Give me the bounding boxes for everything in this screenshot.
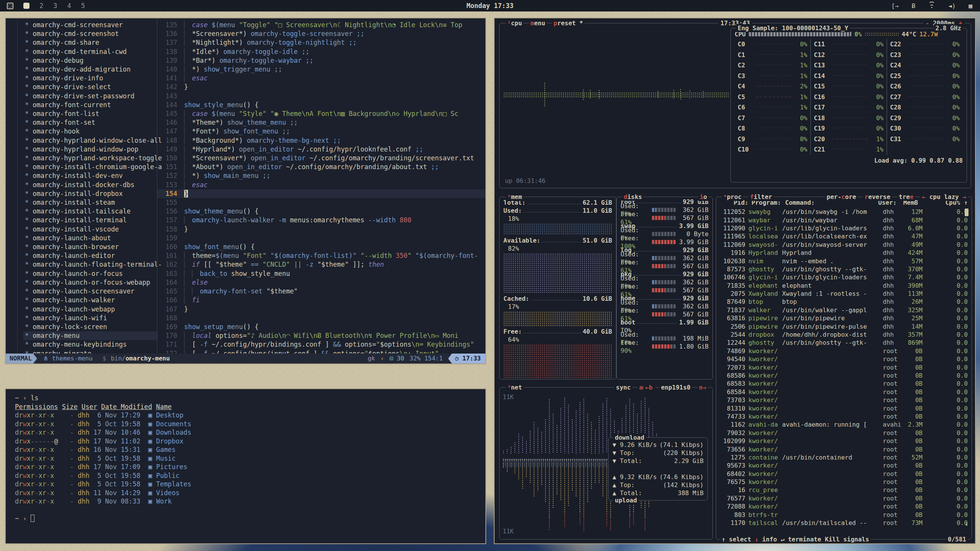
file-item[interactable]: *omarchy-install-chromium-google-a [23,163,157,171]
process-row[interactable]: 87573ghostty/usr/bin/ghostty --gtk-dhh37… [718,265,970,273]
process-row[interactable]: 73656kworker/root0B0.0 [718,445,970,453]
process-row[interactable]: 74733kworker/root0B0.0 [718,412,970,421]
file-item[interactable]: *omarchy-font-set [23,118,157,127]
process-row[interactable]: 68584kworker/root0B0.0 [718,388,970,396]
file-item[interactable]: *omarchy-hook [23,127,157,136]
io-button[interactable]: io [698,193,709,201]
process-row[interactable]: 79032kworker/root0B0.0 [718,429,970,437]
proc-footer[interactable]: ↑ select ↓ info ↵ terminate Kill signals… [720,535,968,543]
file-item[interactable]: *omarchy-cmd-terminal-cwd [23,47,157,56]
process-row[interactable]: 68583kworker/root0B0.0 [718,380,970,388]
cpu-tab[interactable]: ¹cpu [506,19,524,27]
process-row[interactable]: 2506pipewire/usr/bin/pipewire-pulsedhh14… [718,322,970,330]
per-core-button[interactable]: per-core [825,193,858,201]
process-list[interactable]: 112052swaybg/usr/bin/swaybg -i /homdhh12… [718,208,970,529]
file-item[interactable]: *omarchy-install-steam [23,198,157,207]
file-item[interactable]: *omarchy-debug [23,56,157,65]
proc-scrollbar[interactable] [965,209,969,216]
file-item[interactable]: *omarchy-install-vscode [23,225,157,234]
process-row[interactable]: 106746glycin-i/usr/lib/glycin-loadersdhh… [718,273,970,281]
reverse-button[interactable]: reverse [863,193,892,201]
file-item[interactable]: *omarchy-launch-walker [23,296,157,305]
process-row[interactable]: 102638nvimnvim --embed .dhh57M0.0 [718,257,970,265]
file-item[interactable]: *omarchy-install-tailscale [23,207,157,216]
process-row[interactable]: 63816pipewire/usr/bin/pipewiredhh25M0.0 [718,314,970,322]
sort-selector[interactable]: ← cpu lazy → [920,193,968,201]
file-item[interactable]: *omarchy-cmd-screensaver [23,21,157,29]
process-row[interactable]: 112061waybar/usr/bin/waybardhh68M0.0 [718,216,970,224]
process-row[interactable]: 95673kworker/root0B0.0 [718,461,970,469]
file-item[interactable]: *omarchy-menu-keybindings [23,340,157,349]
file-item[interactable]: *omarchy-drive-info [23,74,157,83]
sync-button[interactable]: sync [614,383,632,391]
process-row[interactable]: 68586kworker/root0B0.0 [718,372,970,380]
file-list[interactable]: *omarchy-cmd-screensaver*omarchy-cmd-scr… [6,18,157,354]
file-item[interactable]: *omarchy-migrate [23,349,157,354]
process-row[interactable]: 71837walker/usr/bin/walker --gappldhh325… [718,306,970,314]
process-row[interactable]: 74869kworker/root0B0.0 [718,347,970,355]
iface-prev-button[interactable]: ←b [644,383,654,391]
filter-button[interactable]: filter [748,193,774,201]
process-row[interactable]: 1916HyprlandHyprlanddhh424M0.0 [718,249,970,257]
file-item[interactable]: *omarchy-install-dropbox [23,189,157,198]
file-item[interactable]: *omarchy-launch-browser [23,243,157,251]
process-row[interactable]: 102099kworker/root0B0.0 [718,437,970,445]
process-row[interactable]: 112090glycin-i/usr/lib/glycin-loadersdhh… [718,224,970,232]
process-row[interactable]: 72073kworker/root0B0.0 [718,363,970,371]
terminal-cursor[interactable] [31,515,34,522]
disks-tab[interactable]: disks [622,193,644,201]
process-row[interactable]: 111965localsea/usr/lib/localsearch-exdhh… [718,232,970,240]
mem-tab[interactable]: ²mem [506,193,524,201]
preset-button[interactable]: preset * [552,19,585,27]
net-tab[interactable]: ³net [506,383,524,391]
file-item[interactable]: *omarchy-launch-wifi [23,314,157,323]
file-item[interactable]: *omarchy-lock-screen [23,323,157,331]
process-row[interactable]: 1275containe/usr/bin/containerdroot52M0.… [718,453,970,461]
file-item[interactable]: *omarchy-launch-screensaver [23,287,157,296]
menu-button[interactable]: menu [529,19,547,27]
file-item[interactable]: *omarchy-font-current [23,101,157,109]
process-row[interactable]: 81310kworker/root0B0.0 [718,404,970,412]
process-row[interactable]: 1170tailscal/usr/sbin/tailscaled --root7… [718,519,970,527]
file-item[interactable]: *omarchy-font-list [23,109,157,118]
terminal-window[interactable]: ~ › lsPermissions Size User Date Modifie… [5,388,486,544]
file-item[interactable]: *omarchy-hyprland-workspace-toggle [23,154,157,163]
tree-button[interactable]: tree [897,193,915,201]
scroll-down-icon[interactable]: ↓ [965,520,969,528]
file-item[interactable]: *omarchy-install-docker-dbs [23,181,157,189]
process-row[interactable]: 12244ghostty/usr/bin/ghostty --gtk-dhh86… [718,339,970,347]
process-row[interactable]: 73703kworker/root0B0.0 [718,396,970,404]
file-item[interactable]: *omarchy-cmd-screenshot [23,29,157,38]
file-item[interactable]: *omarchy-cmd-share [23,38,157,47]
process-row[interactable]: 72088kworker/root0B0.0 [718,502,970,510]
process-row[interactable]: 87649btopbtopdhh26M0.0 [718,298,970,306]
file-item[interactable]: *omarchy-menu [23,331,157,340]
file-item[interactable]: *omarchy-launch-about [23,234,157,243]
file-item[interactable]: *omarchy-hyprland-window-close-all [23,136,157,145]
process-row[interactable]: 16rcu_preeroot0B0.0 [718,486,970,494]
process-row[interactable]: 76575kworker/root0B0.0 [718,478,970,486]
wifi-icon[interactable] [928,3,935,8]
file-item[interactable]: *omarchy-launch-editor [23,251,157,260]
process-row[interactable]: 76577kworker/root0B0.0 [718,494,970,502]
proc-tab[interactable]: ⁴proc [722,193,743,201]
file-item[interactable]: *omarchy-hyprland-window-pop [23,145,157,154]
file-item[interactable]: *omarchy-launch-or-focus-webapp [23,278,157,287]
file-item[interactable]: *omarchy-drive-set-password [23,92,157,101]
file-item[interactable]: *omarchy-install-terminal [23,216,157,225]
code-pane[interactable]: 135▏ case $(menu "Toggle" "□ Screensaver… [157,18,485,354]
process-row[interactable]: 112069swayosd-/usr/bin/swayosd-serverdhh… [718,241,970,249]
process-row[interactable]: 2075XwaylandXwayland :1 -rootless -dhh11… [718,290,970,298]
process-row[interactable]: 68402kworker/root0B0.0 [718,470,970,478]
process-row[interactable]: 2544dropbox/home/dhh/.dropbox-distdhh357… [718,331,970,339]
iface-next-button[interactable]: n→ [697,383,708,391]
file-item[interactable]: *omarchy-launch-or-focus [23,269,157,278]
process-row[interactable]: 1162avahi-daavahi-daemon: running [avahi… [718,421,970,429]
file-item[interactable]: *omarchy-launch-webapp [23,305,157,314]
file-item[interactable]: *omarchy-dev-add-migration [23,65,157,74]
process-row[interactable]: 71835elephantelephantdhh390M0.0 [718,282,970,290]
file-item[interactable]: *omarchy-drive-select [23,83,157,91]
process-row[interactable]: 94540kworker/root0B0.0 [718,355,970,363]
process-row[interactable]: 112052swaybg/usr/bin/swaybg -i /homdhh12… [718,208,970,216]
file-item[interactable]: *omarchy-install-dev-env [23,171,157,180]
